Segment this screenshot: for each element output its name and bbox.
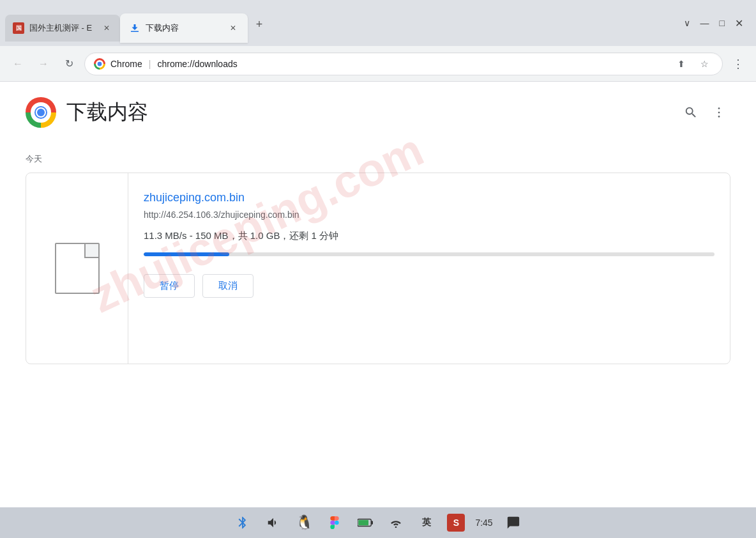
- qq-icon[interactable]: 🐧: [294, 512, 314, 533]
- file-icon: [55, 243, 100, 294]
- restore-button[interactable]: □: [720, 18, 725, 28]
- svg-rect-11: [372, 521, 374, 525]
- svg-point-9: [718, 116, 720, 118]
- address-site-name: Chrome: [110, 59, 142, 69]
- pause-button[interactable]: 暂停: [144, 274, 195, 298]
- download-actions: 暂停 取消: [144, 274, 714, 298]
- download-card: zhujiceping.com.bin http://46.254.106.3/…: [26, 173, 730, 364]
- svg-rect-12: [359, 520, 369, 525]
- tab-inactive-favicon: 国: [13, 22, 24, 34]
- page-title: 下载内容: [66, 98, 669, 127]
- cancel-button[interactable]: 取消: [202, 274, 253, 298]
- bluetooth-icon[interactable]: [232, 512, 253, 533]
- page-header-actions: [679, 101, 730, 124]
- minimize-button[interactable]: —: [700, 18, 709, 28]
- download-status: 11.3 MB/s - 150 MB，共 1.0 GB，还剩 1 分钟: [144, 230, 714, 242]
- svg-point-7: [718, 107, 720, 109]
- more-button[interactable]: ⋮: [728, 54, 748, 74]
- battery-icon[interactable]: [355, 512, 375, 533]
- download-icon-area: [26, 173, 128, 364]
- download-filename[interactable]: zhujiceping.com.bin: [144, 191, 714, 204]
- close-button[interactable]: ✕: [735, 17, 743, 29]
- back-button[interactable]: ←: [8, 54, 28, 74]
- svg-point-8: [718, 112, 720, 114]
- taskbar-time: 7:45: [475, 518, 492, 528]
- bookmark-button[interactable]: ☆: [695, 55, 713, 73]
- tab-inactive-title: 国外主机测评 - E: [29, 22, 96, 34]
- search-button[interactable]: [679, 101, 702, 124]
- tab-active-close[interactable]: ✕: [227, 22, 239, 34]
- title-bar-controls: ∨ — □ ✕: [684, 17, 751, 29]
- address-url: chrome://downloads: [157, 59, 667, 69]
- address-bar[interactable]: Chrome | chrome://downloads ⬆ ☆: [84, 52, 723, 75]
- chrome-logo: [26, 97, 56, 128]
- notification-icon[interactable]: [503, 512, 524, 533]
- new-tab-button[interactable]: +: [250, 15, 268, 33]
- svg-point-2: [98, 62, 102, 66]
- chevron-icon[interactable]: ∨: [684, 18, 690, 28]
- page-more-button[interactable]: [707, 101, 730, 124]
- forward-button[interactable]: →: [33, 54, 54, 74]
- title-bar: 国 国外主机测评 - E ✕ 下载内容 ✕ + ∨ — □ ✕: [0, 0, 756, 46]
- reload-button[interactable]: ↻: [59, 54, 79, 74]
- svg-point-13: [395, 526, 397, 528]
- volume-icon[interactable]: [263, 512, 284, 533]
- address-favicon: [94, 58, 105, 70]
- section-label: 今天: [26, 153, 730, 165]
- address-actions: ⬆ ☆: [672, 55, 713, 73]
- tab-active-title: 下载内容: [146, 22, 222, 34]
- share-button[interactable]: ⬆: [672, 55, 690, 73]
- tab-inactive-close[interactable]: ✕: [101, 22, 112, 34]
- svg-point-6: [37, 109, 45, 116]
- progress-bar: [144, 252, 714, 256]
- tab-active[interactable]: 下载内容 ✕: [120, 13, 248, 43]
- page-header: 下载内容: [26, 82, 730, 138]
- download-url: http://46.254.106.3/zhujiceping.com.bin: [144, 210, 714, 220]
- content-area: 下载内容 今天: [0, 82, 756, 390]
- figma-icon[interactable]: [324, 512, 345, 533]
- progress-bar-fill: [144, 252, 229, 256]
- download-info: zhujiceping.com.bin http://46.254.106.3/…: [128, 173, 730, 364]
- tab-inactive[interactable]: 国 国外主机测评 - E ✕: [5, 15, 120, 42]
- toolbar: ← → ↻ Chrome | chrome://downloads ⬆: [0, 46, 756, 82]
- sougou-icon[interactable]: S: [447, 514, 465, 532]
- wifi-icon[interactable]: [386, 512, 406, 533]
- lang-icon[interactable]: 英: [416, 512, 437, 533]
- taskbar: 🐧 英 S 7:45: [0, 507, 756, 538]
- tab-active-favicon: [129, 22, 140, 34]
